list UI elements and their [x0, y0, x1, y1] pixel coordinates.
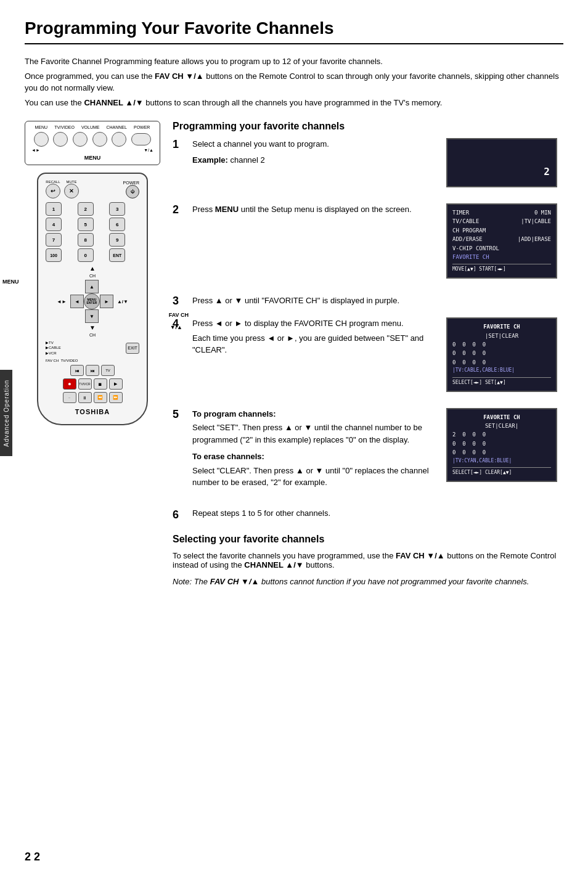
side-tab: Advanced Operation [0, 370, 12, 456]
ff-btn: ⏩ [109, 392, 123, 403]
step4: 4 Press ◄ or ► to display the FAVORITE C… [173, 317, 440, 356]
step3: 3 Press ▲ or ▼ until "FAVORITE CH" is di… [173, 295, 563, 308]
page-title: Programming Your Favorite Channels [25, 18, 563, 44]
btn-6: 6 [109, 218, 125, 231]
step4-text: Press ◄ or ► to display the FAVORITE CH … [192, 317, 440, 356]
exit-btn: EXIT [126, 343, 139, 354]
step5-num: 5 [173, 408, 186, 421]
remote-btn-ch-up [92, 132, 107, 147]
label-menu: MENU [35, 125, 48, 129]
remote-top-buttons [31, 132, 153, 147]
tvvideo-btn: TV [101, 365, 115, 376]
dpad-area: ◄► ▲ ▼ ◄ ► MENUENTER ▲/▼ [46, 280, 139, 323]
step5-text: To program channels: Select "SET". Then … [192, 408, 440, 489]
note-text: Note: The FAV CH ▼/▲ buttons cannot func… [173, 576, 563, 588]
label-channel: CHANNEL [106, 125, 126, 129]
tvvcr-btn: TV/VCR [78, 378, 92, 390]
menu-side-label: MENU [2, 279, 19, 285]
rew-btn: ⏪ [94, 392, 107, 403]
btn-4: 4 [46, 218, 62, 231]
channel-display: 2 [446, 138, 557, 187]
step2: 2 Press MENU until the Setup menu is dis… [173, 203, 440, 216]
btn-0: 0 [78, 248, 94, 262]
remote-power-row: RECALL ↩ MUTE ✕ POWER ⏻ [46, 180, 139, 198]
dpad-up: ▲ [85, 280, 99, 293]
step5: 5 To program channels: Select "SET". The… [173, 408, 440, 489]
mute-btn: ✕ [64, 184, 79, 198]
step1-content: 1 Select a channel you want to program. … [173, 138, 440, 194]
va-side-label: ▼/▲ [170, 324, 182, 330]
remote-btn-vol-down [73, 132, 88, 147]
fav-btn2: ⏭ [86, 365, 99, 376]
remote-body: RECALL ↩ MUTE ✕ POWER ⏻ [37, 173, 148, 425]
tv-cable-row: ▶TV ▶CABLE ▶VCR EXIT [46, 340, 139, 356]
step2-num: 2 [173, 203, 186, 216]
btn-5: 5 [78, 218, 94, 231]
numpad: 1 2 3 4 5 6 7 8 9 100 0 ENT [46, 202, 139, 262]
remote-menu-label: MENU [31, 155, 153, 161]
label-power: POWER [134, 125, 150, 129]
dpad-center: MENUENTER [84, 293, 100, 309]
dpad: ▲ ▼ ◄ ► MENUENTER [70, 280, 113, 323]
page-number: 2 2 [25, 851, 40, 864]
fav-ch-side-label: FAV CH [169, 312, 189, 318]
btn-3: 3 [109, 202, 125, 216]
btn-9: 9 [109, 233, 125, 247]
dpad-left: ◄ [70, 295, 84, 308]
va-arrow-label: ▲/▼ [117, 299, 128, 304]
step3-num: 3 [173, 295, 186, 308]
step1-text: Select a channel you want to program. Ex… [192, 138, 440, 166]
step6-text: Repeat steps 1 to 5 for other channels. [192, 508, 563, 518]
dpad-down: ▼ [85, 309, 99, 323]
intro-line3: You can use the CHANNEL ▲/▼ buttons to s… [25, 97, 563, 109]
recall-btn: ↩ [46, 184, 60, 198]
remote-btn-ch-down [112, 132, 126, 147]
btn-7: 7 [46, 233, 62, 247]
pause-btn: ⏸ [78, 392, 92, 403]
btn-2: 2 [78, 202, 94, 216]
section2: Selecting your favorite channels To sele… [173, 534, 563, 588]
left-column: MENU TV/VIDEO VOLUME CHANNEL POWER ◄► ▼/… [25, 121, 160, 587]
section1-title: Programming your favorite channels [173, 121, 563, 132]
step3-text: Press ▲ or ▼ until "FAVORITE CH" is disp… [192, 295, 563, 307]
power-label: POWER [123, 181, 139, 185]
power-btn: ⏻ [126, 185, 139, 198]
transport-row: ⏤ ⏸ ⏪ ⏩ [46, 392, 139, 403]
remote-top-bar: MENU TV/VIDEO VOLUME CHANNEL POWER ◄► ▼/… [25, 121, 160, 165]
remote-btn-menu [34, 132, 49, 147]
right-column: Programming your favorite channels 1 Sel… [173, 121, 563, 587]
step2-area: 2 Press MENU until the Setup menu is dis… [173, 203, 563, 285]
dpad-right: ► [100, 295, 113, 308]
step1-screen: 2 [446, 138, 563, 194]
section2-title: Selecting your favorite channels [173, 534, 563, 545]
step2-text: Press MENU until the Setup menu is displ… [192, 203, 440, 216]
slow-btn: ⏤ [63, 392, 76, 403]
remote-btn-power-oval [131, 133, 151, 145]
btn-1: 1 [46, 202, 62, 216]
step1: 1 Select a channel you want to program. … [173, 138, 440, 166]
step6-num: 6 [173, 508, 186, 521]
step5-screen: FAVORITE CH SET|CLEAR| 2 0 0 0 0 0 0 0 0… [446, 408, 563, 499]
remote-arrow-lr: ◄► [31, 148, 40, 152]
intro-line1: The Favorite Channel Programming feature… [25, 55, 563, 68]
ch-down-label: ▼CH [46, 324, 139, 338]
btn-8: 8 [78, 233, 94, 247]
step4-screen: FAVORITE CH |SET|CLEAR 0 0 0 0 0 0 0 0 0… [446, 317, 563, 398]
toshiba-logo: TOSHIBA [46, 408, 139, 415]
remote-btn-tvvideo [53, 132, 68, 147]
step2-screen: TIMER0 MIN TV/CABLE|TV|CABLE CH PROGRAM … [446, 203, 563, 285]
main-layout: MENU TV/VIDEO VOLUME CHANNEL POWER ◄► ▼/… [25, 121, 563, 587]
play-btn: ▶ [109, 378, 123, 390]
step1-num: 1 [173, 138, 186, 151]
remote-container: RECALL ↩ MUTE ✕ POWER ⏻ [25, 173, 160, 425]
step5-area: 5 To program channels: Select "SET". The… [173, 408, 563, 499]
lr-arrow-label: ◄► [57, 299, 67, 304]
intro-section: The Favorite Channel Programming feature… [25, 55, 563, 108]
btn-ent: ENT [109, 248, 125, 262]
btn-100: 100 [46, 248, 62, 262]
step4-area: 4 Press ◄ or ► to display the FAVORITE C… [173, 317, 563, 398]
step6: 6 Repeat steps 1 to 5 for other channels… [173, 508, 563, 521]
fav-ch-label-remote: FAV CH TV/VIDEO [46, 359, 78, 362]
label-tvvideo: TV/VIDEO [54, 125, 75, 129]
step4-content: 4 Press ◄ or ► to display the FAVORITE C… [173, 317, 440, 398]
